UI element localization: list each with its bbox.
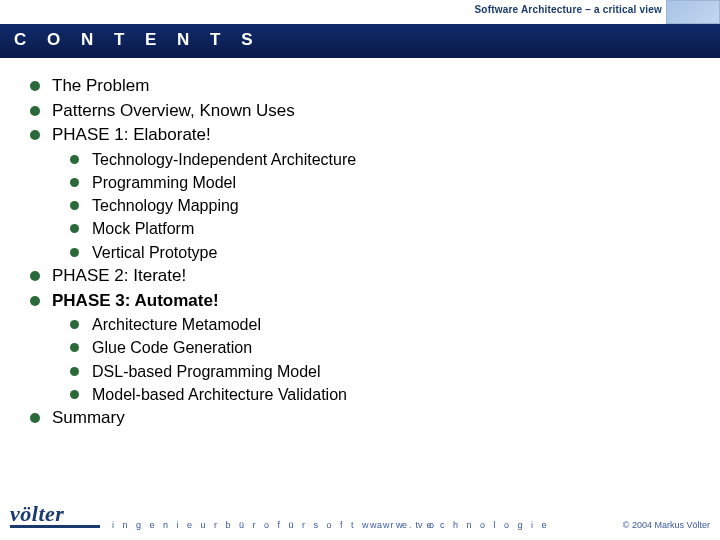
slide-title: C O N T E N T S [0,24,720,58]
footer-url: w w w . v o [370,520,436,530]
list-item: Technology-Independent Architecture [70,148,700,171]
list-item: Vertical Prototype [70,241,700,264]
item-label: DSL-based Programming Model [92,363,321,380]
list-item: DSL-based Programming Model [70,360,700,383]
list-item: Model-based Architecture Validation [70,383,700,406]
sub-list: Architecture Metamodel Glue Code Generat… [70,313,700,406]
item-label: Mock Platform [92,220,194,237]
item-label: PHASE 3: Automate! [52,291,219,310]
list-item: Glue Code Generation [70,336,700,359]
item-label: PHASE 2: Iterate! [52,266,186,285]
header-title: Software Architecture – a critical view [474,4,662,15]
list-item: Technology Mapping [70,194,700,217]
list-item: PHASE 2: Iterate! [28,264,700,289]
item-label: Architecture Metamodel [92,316,261,333]
item-label: Patterns Overview, Known Uses [52,101,295,120]
item-label: Programming Model [92,174,236,191]
item-label: Summary [52,408,125,427]
item-label: Model-based Architecture Validation [92,386,347,403]
footer: völter i n g e n i e u r b ü r o f ü r s… [0,492,720,540]
list-item: PHASE 3: Automate! Architecture Metamode… [28,289,700,406]
item-label: Glue Code Generation [92,339,252,356]
sub-list: Technology-Independent Architecture Prog… [70,148,700,264]
slide: Software Architecture – a critical view … [0,0,720,540]
list-item: Architecture Metamodel [70,313,700,336]
item-label: Vertical Prototype [92,244,217,261]
list-item: Mock Platform [70,217,700,240]
header-graphic-icon [666,0,720,24]
list-item: PHASE 1: Elaborate! Technology-Independe… [28,123,700,264]
header: Software Architecture – a critical view [0,0,720,24]
content-area: The Problem Patterns Overview, Known Use… [0,58,720,441]
item-label: Technology-Independent Architecture [92,151,356,168]
contents-list: The Problem Patterns Overview, Known Use… [28,74,700,431]
item-label: The Problem [52,76,149,95]
list-item: The Problem [28,74,700,99]
logo-text: völter [10,501,64,526]
item-label: Technology Mapping [92,197,239,214]
footer-copyright: © 2004 Markus Völter [623,520,710,530]
list-item: Summary [28,406,700,431]
logo: völter [10,501,100,528]
list-item: Programming Model [70,171,700,194]
footer-tagline: i n g e n i e u r b ü r o f ü r s o f t … [112,520,550,530]
list-item: Patterns Overview, Known Uses [28,99,700,124]
item-label: PHASE 1: Elaborate! [52,125,211,144]
